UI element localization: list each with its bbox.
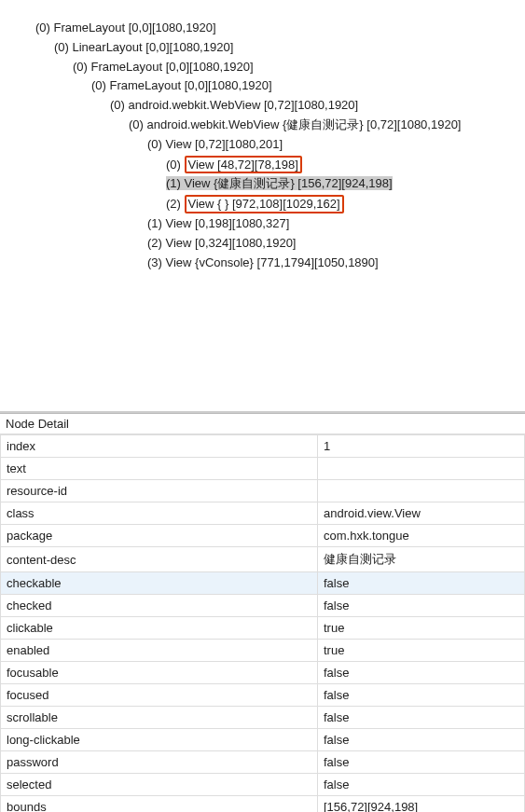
tree-pane[interactable]: (0) FrameLayout [0,0][1080,1920] (0) Lin… <box>0 0 525 410</box>
detail-value <box>318 458 525 480</box>
detail-key: password <box>1 751 318 774</box>
tree-node[interactable]: (0) android.webkit.WebView [0,72][1080,1… <box>110 98 358 112</box>
detail-value: true <box>318 617 525 640</box>
detail-value: com.hxk.tongue <box>318 525 525 547</box>
detail-key: focused <box>1 684 318 707</box>
detail-key: clickable <box>1 617 318 640</box>
ui-tree: (0) FrameLayout [0,0][1080,1920] (0) Lin… <box>7 19 518 272</box>
detail-value: false <box>318 684 525 707</box>
detail-value: [156,72][924,198] <box>318 796 525 813</box>
detail-value: false <box>318 595 525 617</box>
detail-value: true <box>318 640 525 662</box>
tree-node[interactable]: (0) LinearLayout [0,0][1080,1920] <box>54 40 233 54</box>
detail-key: checked <box>1 595 318 617</box>
tree-node[interactable]: (3) View {vConsole} [771,1794][1050,1890… <box>147 255 379 269</box>
detail-value: false <box>318 572 525 595</box>
detail-key: scrollable <box>1 707 318 729</box>
detail-row[interactable]: bounds[156,72][924,198] <box>1 796 525 813</box>
node-detail-table: index1textresource-idclassandroid.view.V… <box>0 434 525 812</box>
tree-node[interactable]: (0) android.webkit.WebView {健康自测记录} [0,7… <box>129 117 461 131</box>
tree-node-index: (2) <box>166 197 185 211</box>
tree-node[interactable]: (0) FrameLayout [0,0][1080,1920] <box>73 60 254 74</box>
tree-node-highlighted[interactable]: View [48,72][78,198] <box>185 156 302 174</box>
detail-key: enabled <box>1 640 318 662</box>
detail-value: 健康自测记录 <box>318 547 525 572</box>
detail-row[interactable]: content-desc健康自测记录 <box>1 547 525 572</box>
detail-key: content-desc <box>1 547 318 572</box>
detail-row[interactable]: selectedfalse <box>1 774 525 796</box>
detail-value: false <box>318 774 525 796</box>
detail-row[interactable]: enabledtrue <box>1 640 525 662</box>
tree-node[interactable]: (0) FrameLayout [0,0][1080,1920] <box>91 78 272 92</box>
detail-key: bounds <box>1 796 318 813</box>
detail-row[interactable]: packagecom.hxk.tongue <box>1 525 525 547</box>
tree-node-selected[interactable]: (1) View {健康自测记录} [156,72][924,198] <box>166 176 393 190</box>
detail-key: package <box>1 525 318 547</box>
detail-row[interactable]: long-clickablefalse <box>1 729 525 751</box>
detail-row[interactable]: classandroid.view.View <box>1 502 525 525</box>
detail-row[interactable]: checkedfalse <box>1 595 525 617</box>
tree-node[interactable]: (0) View [0,72][1080,201] <box>147 137 283 151</box>
detail-row[interactable]: clickabletrue <box>1 617 525 640</box>
detail-value: false <box>318 729 525 751</box>
detail-value: false <box>318 707 525 729</box>
detail-key: index <box>1 435 318 458</box>
detail-row[interactable]: passwordfalse <box>1 751 525 774</box>
detail-key: long-clickable <box>1 729 318 751</box>
detail-key: checkable <box>1 572 318 595</box>
detail-key: text <box>1 458 318 480</box>
tree-node[interactable]: (1) View [0,198][1080,327] <box>147 216 289 230</box>
detail-key: class <box>1 502 318 525</box>
detail-row[interactable]: index1 <box>1 435 525 458</box>
tree-node-index: (0) <box>166 158 185 172</box>
tree-node[interactable]: (0) FrameLayout [0,0][1080,1920] <box>35 21 216 34</box>
detail-row[interactable]: focusedfalse <box>1 684 525 707</box>
node-detail-header: Node Detail <box>0 413 525 434</box>
detail-value: false <box>318 662 525 684</box>
detail-key: selected <box>1 774 318 796</box>
detail-row[interactable]: checkablefalse <box>1 572 525 595</box>
tree-node[interactable]: (2) View [0,324][1080,1920] <box>147 236 297 250</box>
tree-node-highlighted[interactable]: View { } [972,108][1029,162] <box>185 195 344 213</box>
detail-key: resource-id <box>1 480 318 502</box>
detail-value <box>318 480 525 502</box>
detail-row[interactable]: focusablefalse <box>1 662 525 684</box>
detail-value: 1 <box>318 435 525 458</box>
detail-value: android.view.View <box>318 502 525 525</box>
detail-value: false <box>318 751 525 774</box>
detail-key: focusable <box>1 662 318 684</box>
detail-row[interactable]: resource-id <box>1 480 525 502</box>
detail-row[interactable]: scrollablefalse <box>1 707 525 729</box>
detail-row[interactable]: text <box>1 458 525 480</box>
